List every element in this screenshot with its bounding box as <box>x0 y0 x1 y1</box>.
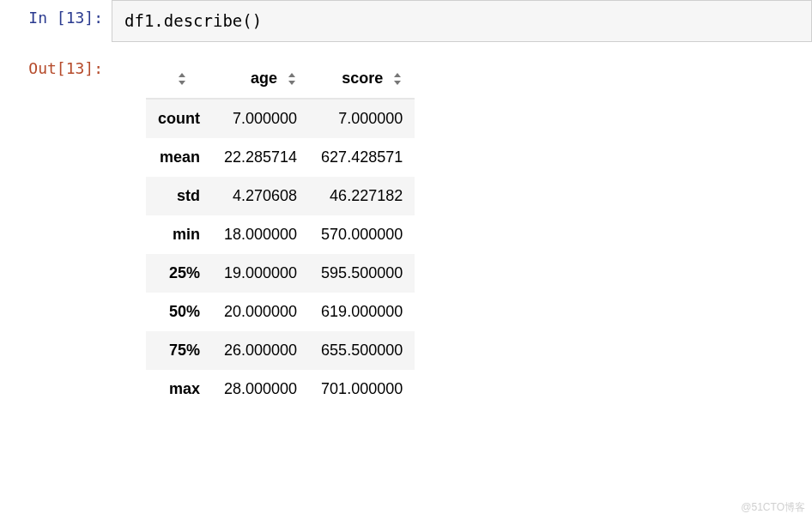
output-area: age score <box>112 51 812 408</box>
watermark: @51CTO博客 <box>741 500 805 515</box>
table-row: 50% 20.000000 619.000000 <box>146 293 415 331</box>
cell-age: 26.000000 <box>212 331 309 370</box>
table-row: count 7.000000 7.000000 <box>146 99 415 138</box>
input-cell: In [13]: df1.describe() <box>0 0 812 42</box>
table-row: max 28.000000 701.000000 <box>146 370 415 408</box>
cell-age: 7.000000 <box>212 99 309 138</box>
cell-score: 570.000000 <box>309 215 415 254</box>
row-label: min <box>146 215 212 254</box>
svg-marker-1 <box>179 81 185 85</box>
cell-age: 22.285714 <box>212 138 309 177</box>
cell-score: 595.500000 <box>309 254 415 293</box>
describe-table: age score <box>146 59 415 408</box>
row-label: max <box>146 370 212 408</box>
cell-age: 20.000000 <box>212 293 309 331</box>
table-row: std 4.270608 46.227182 <box>146 177 415 215</box>
output-cell: Out[13]: age <box>0 51 812 408</box>
row-label: 75% <box>146 331 212 370</box>
sort-icon[interactable] <box>392 72 403 86</box>
header-age-label: age <box>251 70 277 87</box>
output-prompt: Out[13]: <box>0 51 112 79</box>
table-row: 75% 26.000000 655.500000 <box>146 331 415 370</box>
code-open-paren: ( <box>242 11 251 30</box>
table-header-row: age score <box>146 59 415 99</box>
cell-age: 19.000000 <box>212 254 309 293</box>
cell-score: 627.428571 <box>309 138 415 177</box>
row-label: 25% <box>146 254 212 293</box>
svg-marker-4 <box>394 73 401 77</box>
row-label: 50% <box>146 293 212 331</box>
table-row: min 18.000000 570.000000 <box>146 215 415 254</box>
table-row: mean 22.285714 627.428571 <box>146 138 415 177</box>
cell-age: 18.000000 <box>212 215 309 254</box>
svg-marker-5 <box>394 81 401 85</box>
header-score[interactable]: score <box>309 59 415 99</box>
sort-icon[interactable] <box>287 72 297 86</box>
svg-marker-2 <box>288 73 295 77</box>
cell-score: 701.000000 <box>309 370 415 408</box>
code-object: df1 <box>124 11 154 30</box>
cell-score: 46.227182 <box>309 177 415 215</box>
code-input[interactable]: df1.describe() <box>112 0 812 42</box>
header-score-label: score <box>342 70 383 87</box>
row-label: mean <box>146 138 212 177</box>
row-label: count <box>146 99 212 138</box>
cell-score: 655.500000 <box>309 331 415 370</box>
code-close-paren: ) <box>252 11 262 30</box>
input-prompt: In [13]: <box>0 0 112 28</box>
cell-score: 619.000000 <box>309 293 415 331</box>
code-dot: . <box>154 11 163 30</box>
table-row: 25% 19.000000 595.500000 <box>146 254 415 293</box>
sort-icon[interactable] <box>177 72 187 86</box>
code-method: describe <box>164 11 243 30</box>
svg-marker-0 <box>179 73 185 77</box>
cell-age: 4.270608 <box>212 177 309 215</box>
header-index[interactable] <box>146 59 212 99</box>
svg-marker-3 <box>288 81 295 85</box>
header-age[interactable]: age <box>212 59 309 99</box>
cell-age: 28.000000 <box>212 370 309 408</box>
row-label: std <box>146 177 212 215</box>
cell-score: 7.000000 <box>309 99 415 138</box>
